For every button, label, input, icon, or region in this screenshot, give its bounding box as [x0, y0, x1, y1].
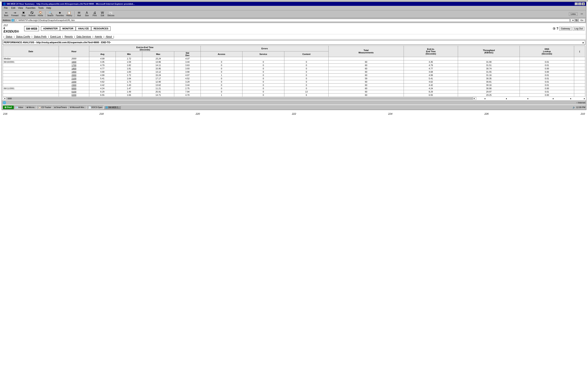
table-cell: 1.47 — [116, 87, 142, 90]
table-cell: 31.90 — [458, 60, 520, 64]
col-indicator-3: ▲ — [527, 97, 529, 100]
mail-button[interactable]: ✉ Mail — [76, 11, 83, 17]
table-cell: 0 — [284, 87, 329, 90]
table-cell: 0 — [284, 80, 329, 84]
gateway-button[interactable]: Gateway — [559, 27, 572, 30]
sub-nav-status[interactable]: Status — [4, 35, 14, 38]
table-cell: 6.55 — [404, 94, 458, 97]
table-cell-hour[interactable]: 1600 — [59, 60, 89, 64]
hour-link[interactable]: 1800 — [72, 68, 76, 70]
taskbar-msword[interactable]: W Microsoft Wor... — [68, 106, 87, 109]
taskbar-smartimers[interactable]: ⊞ SmarTimers — [53, 106, 68, 109]
address-input[interactable] — [15, 19, 570, 22]
tab-analyze[interactable]: ANALYZE — [76, 26, 91, 31]
hour-link[interactable]: 1600 — [72, 61, 76, 63]
sub-nav-status-prefs[interactable]: Status Prefs — [32, 35, 48, 38]
links-button[interactable]: Links — [569, 12, 577, 16]
maximize-button[interactable]: □ — [578, 2, 581, 5]
table-cell: 1.72 — [116, 57, 142, 60]
menu-tools[interactable]: Tools — [37, 6, 45, 10]
table-cell: 60 — [328, 90, 404, 94]
minimize-button[interactable]: _ — [575, 2, 578, 5]
table-cell-hour[interactable]: 1700 — [59, 64, 89, 67]
table-row: 06/11/200100004.241.4711.212.75000604.24… — [3, 87, 585, 90]
table-cell-hour[interactable]: 2100 — [59, 77, 89, 80]
hour-link[interactable]: 2100 — [72, 77, 76, 80]
table-cell: 1.64 — [116, 77, 142, 80]
taskbar-cd-tracker[interactable]: 📋 CD Tracker — [37, 106, 53, 109]
table-cell: 0.00 — [520, 67, 574, 70]
table-cell — [574, 94, 585, 97]
table-cell-hour[interactable]: 0100 — [59, 90, 89, 94]
table-cell: 13 — [284, 90, 329, 94]
hour-link[interactable]: 1700 — [72, 64, 76, 66]
content-header-text: PERFORMANCE ANALYSIS - http://rocky.adqu… — [4, 41, 111, 44]
sub-nav-data-services[interactable]: Data Services — [75, 35, 93, 38]
table-cell: 4.99 — [89, 57, 116, 60]
discuss-button[interactable]: 📰 Discuss — [107, 11, 115, 17]
scroll-left-arrow[interactable]: ◄ — [3, 97, 7, 100]
forward-button[interactable]: ⇒ Forward — [11, 11, 19, 17]
table-cell: 0 — [242, 87, 284, 90]
tab-monitor[interactable]: MONITOR — [60, 26, 75, 31]
close-button[interactable]: ✕ — [582, 2, 585, 5]
history-button[interactable]: 📋 History — [66, 11, 73, 17]
stop-button[interactable]: ✖ Stop — [20, 11, 27, 17]
go-button[interactable]: Go — [578, 18, 585, 22]
more-button[interactable]: >> — [578, 12, 585, 16]
sub-nav-event-log[interactable]: Event Log — [49, 35, 62, 38]
hour-link[interactable]: 2000 — [72, 74, 76, 76]
table-row: 21005.411.6417.174.52000595.4130.350.01 — [3, 77, 585, 80]
menu-edit[interactable]: Edit — [10, 6, 17, 10]
table-cell: 29.97 — [458, 90, 520, 94]
table-cell: 60 — [328, 64, 404, 67]
taskbar-docs-open[interactable]: 📄 DOCS Open — [87, 106, 104, 109]
tab-administer[interactable]: ADMINISTER — [41, 26, 60, 31]
hour-link[interactable]: 0100 — [72, 90, 76, 93]
table-cell: 0.01 — [520, 74, 574, 77]
logout-button[interactable]: Log Out — [572, 27, 584, 30]
tab-resources[interactable]: RESOURCES — [91, 26, 111, 31]
table-cell: 3.29 — [174, 80, 201, 84]
sub-nav-about[interactable]: About — [104, 35, 113, 38]
home-button[interactable]: 🏠 Home — [37, 11, 44, 17]
print-button[interactable]: 🖨 Print — [91, 11, 98, 17]
menu-help[interactable]: Help — [45, 6, 53, 10]
scroll-up-arrow[interactable]: ▲ — [582, 41, 584, 44]
taskbar-smweb[interactable]: 🌐 SM-WEB 2... — [104, 106, 121, 109]
sub-nav-status-config[interactable]: Status Config — [15, 35, 32, 38]
menu-view[interactable]: View — [17, 6, 24, 10]
taskbar-micros[interactable]: 🖥 Micros.. — [25, 106, 37, 109]
table-cell-hour[interactable]: 2000 — [59, 74, 89, 77]
table-cell: 0 — [284, 77, 329, 80]
refresh-button[interactable]: 🗘 Refresh — [28, 11, 36, 17]
menu-file[interactable]: File — [3, 6, 9, 10]
hour-link[interactable]: 1900 — [72, 71, 76, 73]
hour-link[interactable]: 0200 — [72, 94, 76, 96]
table-cell-hour[interactable]: 0000 — [59, 87, 89, 90]
table-cell-hour[interactable]: 0200 — [59, 94, 89, 97]
taskbar-inbox[interactable]: 📧 Inbox — [14, 106, 24, 109]
table-cell — [574, 57, 585, 60]
hour-link[interactable]: 2200 — [72, 80, 76, 83]
search-button[interactable]: 🔍 Search — [47, 11, 54, 17]
menu-favorites[interactable]: Favorites — [25, 6, 37, 10]
table-cell-hour[interactable]: 2300 — [59, 84, 89, 87]
table-cell-hour[interactable]: 2000 — [59, 57, 89, 60]
sub-nav-agents[interactable]: Agents — [93, 35, 104, 38]
start-button[interactable]: ⊞ Start — [3, 105, 14, 109]
th-extra: ( — [574, 46, 585, 57]
size-button[interactable]: A Size — [83, 11, 90, 17]
favorites-button[interactable]: ★ Favorites — [55, 11, 65, 17]
back-button[interactable]: ⇐ Back — [3, 11, 10, 17]
table-cell-hour[interactable]: 1900 — [59, 70, 89, 74]
table-cell-hour[interactable]: 1800 — [59, 67, 89, 70]
table-cell-hour[interactable]: 2200 — [59, 80, 89, 84]
sub-nav-reports[interactable]: Reports — [63, 35, 74, 38]
hour-link[interactable]: 0000 — [72, 87, 76, 90]
address-dropdown[interactable] — [570, 19, 575, 22]
hour-link[interactable]: 2300 — [72, 84, 76, 86]
edit-button[interactable]: W Edit — [99, 11, 106, 17]
th-max: Max — [142, 52, 174, 57]
scroll-right-arrow[interactable]: ► — [472, 97, 476, 100]
